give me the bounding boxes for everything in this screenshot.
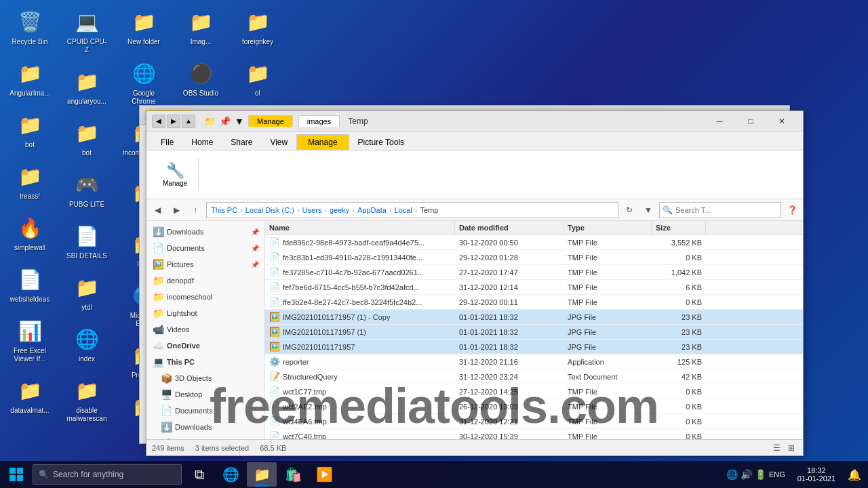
tray-battery-icon[interactable]: 🔋 <box>755 469 766 480</box>
desktop-icon-treass[interactable]: 📁 treass! <box>5 160 54 203</box>
addr-forward-btn[interactable]: ▶ <box>168 202 184 218</box>
sidebar-item-onedrive[interactable]: ☁️ OneDrive <box>146 338 264 354</box>
search-input[interactable] <box>675 206 778 214</box>
ribbon-btn-manage[interactable]: 🔧 Manage <box>157 159 193 190</box>
taskbar-app-file-explorer[interactable]: 📁 <box>247 462 277 487</box>
breadcrumb-users[interactable]: Users <box>302 206 322 214</box>
table-row[interactable]: 📄 fef7be6d-6715-4cc5-b55f-b7c3fd42afcd..… <box>265 280 803 295</box>
desktop-icon-website-ideas[interactable]: 📄 websiteIdeas <box>5 263 54 306</box>
tray-sound-icon[interactable]: 🔊 <box>741 469 752 480</box>
table-row[interactable]: 🖼️ IMG20210101171957 (1) - Copy 01-01-20… <box>265 310 803 325</box>
desktop-icon-ytdl[interactable]: 📁 ytdl <box>62 271 111 314</box>
desktop-icon-simplewall[interactable]: 🔥 simplewall <box>5 211 54 255</box>
ribbon-tab-file[interactable]: File <box>152 134 182 150</box>
sidebar-item-downloads2[interactable]: ⬇️ Downloads <box>146 419 264 435</box>
taskbar-app-chrome[interactable]: 🌐 <box>216 462 245 487</box>
view-details-btn[interactable]: ☰ <box>770 442 783 454</box>
sidebar-item-3d-objects[interactable]: 📦 3D Objects <box>146 370 264 386</box>
sidebar-item-lightshot[interactable]: 📁 Lightshot <box>146 305 264 321</box>
qa-folder-icon[interactable]: 📁 <box>203 115 216 127</box>
desktop-icon-recycle-bin[interactable]: 🗑️ Recycle Bin <box>5 5 54 49</box>
desktop-icon-foreignkey[interactable]: 📁 foreignkey <box>233 5 282 49</box>
col-header-type[interactable]: Type <box>564 221 652 235</box>
table-row[interactable]: 📄 fe37285e-c710-4c7b-92ac-677aacd0261...… <box>265 265 803 280</box>
desktop-icon-new-folder[interactable]: 📁 New folder <box>119 5 168 49</box>
taskbar-clock[interactable]: 18:32 01-01-2021 <box>792 466 841 483</box>
addr-up-btn[interactable]: ↑ <box>187 202 203 218</box>
tab-manage[interactable]: Manage <box>248 115 293 127</box>
maximize-btn[interactable]: □ <box>735 111 766 131</box>
table-row[interactable]: 📄 fe3c83b1-ed39-4910-a228-c19913440fe...… <box>265 250 803 265</box>
desktop-icon-cpuid[interactable]: 💻 CPUID CPU-Z <box>62 5 111 57</box>
col-header-date[interactable]: Date modified <box>455 221 564 235</box>
addr-help-btn[interactable]: ❓ <box>784 202 800 218</box>
breadcrumb-appdata[interactable]: AppData <box>357 206 387 214</box>
sidebar-item-denopdf[interactable]: 📁 denopdf <box>146 272 264 289</box>
desktop-icon-bot[interactable]: 📁 bot <box>5 108 54 152</box>
desktop-icon-index[interactable]: 🌐 index <box>62 323 111 366</box>
view-tiles-btn[interactable]: ⊞ <box>785 442 797 454</box>
nav-forward-btn[interactable]: ▶ <box>167 115 180 128</box>
table-row[interactable]: ⚙️ reporter 31-12-2020 21:16 Application… <box>265 354 803 369</box>
desktop-icon-disable-malware[interactable]: 📁 disable malwarescan <box>62 374 111 426</box>
breadcrumb-geeky[interactable]: geeky <box>330 206 349 214</box>
sidebar-item-pictures[interactable]: 🖼️ Pictures 📌 <box>146 256 264 272</box>
tab-images[interactable]: images <box>298 115 340 127</box>
ribbon-tab-manage[interactable]: Manage <box>296 134 349 150</box>
breadcrumb-local[interactable]: Local <box>395 206 412 214</box>
sidebar-item-incomeschool[interactable]: 📁 incomeschool <box>146 289 264 305</box>
taskbar-app-store[interactable]: 🛍️ <box>278 462 308 487</box>
sidebar-item-documents[interactable]: 📄 Documents 📌 <box>146 240 264 256</box>
table-row[interactable]: 📄 ffe3b2e4-8e27-42c7-bec8-3224f5fc24b2..… <box>265 295 803 310</box>
table-row[interactable]: 📝 StructuredQuery 31-12-2020 23:24 Text … <box>265 369 803 384</box>
sidebar-icon-lightshot: 📁 <box>152 308 164 319</box>
table-row[interactable]: 📄 wct7C40.tmp 30-12-2020 15:39 TMP File … <box>265 429 803 439</box>
addr-back-btn[interactable]: ◀ <box>149 202 165 218</box>
desktop-icon-image-stuff[interactable]: 📁 Imag... <box>176 5 225 49</box>
minimize-btn[interactable]: ─ <box>704 111 735 131</box>
desktop-icon-pubg[interactable]: 🎮 PUBG LITE <box>62 168 111 211</box>
qa-dropdown-icon[interactable]: ▼ <box>233 115 245 127</box>
desktop-icon-obs[interactable]: ⚫ OBS Studio <box>176 57 225 100</box>
start-button[interactable] <box>3 462 30 487</box>
ribbon-tab-view[interactable]: View <box>261 134 296 150</box>
desktop-icon-bot2[interactable]: 📁 bot <box>62 117 111 160</box>
tray-network-icon[interactable]: 🌐 <box>726 469 738 480</box>
col-header-name[interactable]: Name <box>265 221 455 235</box>
breadcrumb-thispc[interactable]: This PC <box>211 206 237 214</box>
sidebar-item-videos[interactable]: 📹 Videos <box>146 321 264 338</box>
desktop-icon-free-excel[interactable]: 📊 Free Excel Viewer If... <box>5 314 54 366</box>
desktop-icon-sbi-details[interactable]: 📄 SBI DETAILS <box>62 220 111 263</box>
col-header-size[interactable]: Size <box>652 221 706 235</box>
search-box[interactable]: 🔍 <box>659 202 781 218</box>
addr-refresh-btn[interactable]: ↻ <box>621 202 637 218</box>
desktop-icon-angular-you[interactable]: 📁 angularyou... <box>62 65 111 108</box>
taskbar-search[interactable]: 🔍 Search for anything <box>33 464 182 485</box>
desktop-icon-google-chrome[interactable]: 🌐 Google Chrome <box>119 57 168 108</box>
sidebar-item-downloads[interactable]: ⬇️ Downloads 📌 <box>146 224 264 240</box>
breadcrumb-localdisk[interactable]: Local Disk (C:) <box>245 206 294 214</box>
sidebar-item-documents2[interactable]: 📄 Documents <box>146 403 264 419</box>
taskbar-app-task-view[interactable]: ⧉ <box>184 462 214 487</box>
taskbar-app-media[interactable]: ▶️ <box>309 462 339 487</box>
desktop-icon-ol[interactable]: 📁 ol <box>233 57 282 100</box>
sidebar-item-this-pc[interactable]: 💻 This PC <box>146 354 264 370</box>
nav-up-btn[interactable]: ▲ <box>182 115 195 128</box>
table-row[interactable]: 🖼️ IMG20210101171957 01-01-2021 18:32 JP… <box>265 340 803 354</box>
close-btn[interactable]: ✕ <box>766 111 797 131</box>
desktop-icon-datavalmat[interactable]: 📁 datavalmat... <box>5 374 54 418</box>
table-row[interactable]: 📄 wct4EA6.tmp 31-12-2020 12:21 TMP File … <box>265 414 803 429</box>
ribbon-tab-picture[interactable]: Picture Tools <box>349 134 413 150</box>
nav-back-btn[interactable]: ◀ <box>152 115 165 128</box>
ribbon-tab-share[interactable]: Share <box>222 134 261 150</box>
sidebar-item-desktop[interactable]: 🖥️ Desktop <box>146 386 264 403</box>
addr-dropdown-btn[interactable]: ▼ <box>640 202 656 218</box>
table-row[interactable]: 📄 wct1C77.tmp 27-12-2020 14:25 TMP File … <box>265 384 803 399</box>
qa-pin-icon[interactable]: 📌 <box>218 115 231 127</box>
table-row[interactable]: 🖼️ IMG20210101171957 (1) 01-01-2021 18:3… <box>265 325 803 340</box>
table-row[interactable]: 📄 wct2AE2.tmp 26-12-2020 13:09 TMP File … <box>265 399 803 414</box>
table-row[interactable]: 📄 fde896c2-98e8-4973-badf-ceaf9a4d4e75..… <box>265 235 803 250</box>
notification-btn[interactable]: 🔔 <box>844 462 865 487</box>
ribbon-tab-home[interactable]: Home <box>182 134 222 150</box>
desktop-icon-angular-main[interactable]: 📁 AngularIma... <box>5 57 54 100</box>
